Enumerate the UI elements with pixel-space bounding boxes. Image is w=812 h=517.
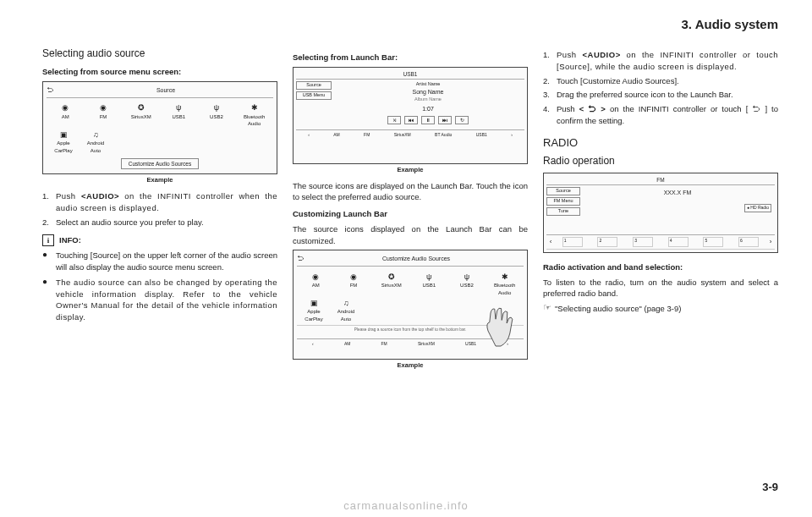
subheading-source-menu: Selecting from source menu screen: xyxy=(42,66,277,78)
source-button: Source xyxy=(546,187,580,195)
customize-title: Customize Audio Sources xyxy=(309,255,524,263)
play-time: 1:07 xyxy=(332,105,524,113)
am-icon: ◉ xyxy=(302,272,329,282)
launch-item: AM xyxy=(344,341,351,347)
bt-icon: ✱ xyxy=(491,272,518,282)
android-icon: ♫ xyxy=(332,298,359,308)
song-name: Song Name xyxy=(332,88,524,96)
label: USB2 xyxy=(453,282,480,289)
subheading-radio-activation: Radio activation and band selection: xyxy=(543,261,778,273)
am-icon: ◉ xyxy=(52,103,79,113)
launch-left-icon: ‹ xyxy=(312,341,314,347)
fm-icon: ◉ xyxy=(90,103,117,113)
sxm-icon: ✪ xyxy=(378,272,405,282)
figure-source-menu: ⮌ Source ◉AM ◉FM ✪SiriusXM ψUSB1 ψUSB2 ✱… xyxy=(42,81,277,174)
xref-icon: ☞ xyxy=(543,303,551,312)
figure-radio: FM Source FM Menu Tune XXX.X FM ● HD Rad… xyxy=(543,173,778,253)
artist-label: Artist Name xyxy=(332,81,524,88)
info-icon: i xyxy=(42,234,54,246)
preset-left-icon: ‹ xyxy=(546,237,555,247)
step-number: 1. xyxy=(42,190,56,214)
heading-radio: RADIO xyxy=(543,135,778,151)
tune-button: Tune xyxy=(546,207,580,216)
step-number: 1. xyxy=(543,49,557,73)
label-sxm: SiriusXM xyxy=(128,113,155,121)
launch-item: USB1 xyxy=(465,341,476,347)
preset-1: 1 xyxy=(562,237,583,247)
launch-left-icon: ‹ xyxy=(308,132,310,138)
next-icon: ⏭ xyxy=(438,116,452,124)
step-4: Push < ⮌ > on the INFINITI controller or… xyxy=(557,103,778,127)
radio-activation-text: To listen to the radio, turn on the audi… xyxy=(543,277,778,300)
album-name: Album Name xyxy=(332,96,524,103)
heading-radio-operation: Radio operation xyxy=(543,154,778,168)
carplay-icon: ▣ xyxy=(300,298,327,308)
info-label: INFO: xyxy=(59,234,81,246)
usb2-icon: ψ xyxy=(453,272,480,282)
launch-fm: FM xyxy=(364,132,370,138)
label: AM xyxy=(302,282,329,289)
bullet-2: The audio source can also be changed by … xyxy=(56,277,277,323)
figure-launch-bar: USB1 Source USB Menu Artist Name Song Na… xyxy=(293,67,528,164)
step-2-text: Select an audio source you prefer to pla… xyxy=(56,217,277,228)
launch-item: SiriusXM xyxy=(418,341,435,347)
label-bt: Bluetooth Audio xyxy=(241,113,268,128)
preset-4: 4 xyxy=(668,237,689,247)
step-number: 2. xyxy=(42,217,56,228)
customize-button: Customize Audio Sources xyxy=(121,158,199,169)
label: Bluetooth Audio xyxy=(491,282,518,296)
back-icon: ⮌ xyxy=(297,254,309,264)
launch-bt: BT Audio xyxy=(435,132,452,138)
preset-2: 2 xyxy=(597,237,617,247)
label: Apple CarPlay xyxy=(300,308,327,322)
shuffle-icon: ⤨ xyxy=(387,116,401,124)
step-number: 4. xyxy=(543,103,557,127)
preset-3: 3 xyxy=(633,237,653,247)
label-usb1: USB1 xyxy=(165,113,192,121)
bullet-1: Touching [Source] on the upper left corn… xyxy=(56,250,277,273)
figure2-caption: Example xyxy=(293,166,528,175)
prev-icon: ⏮ xyxy=(404,116,418,124)
figure1-caption: Example xyxy=(42,176,277,185)
fm-icon: ◉ xyxy=(340,272,367,282)
label: FM xyxy=(340,282,367,289)
launch-bar-desc: The source icons are displayed on the La… xyxy=(293,180,528,204)
label-android: Android Auto xyxy=(82,140,109,154)
figure3-caption: Example xyxy=(293,361,528,371)
page-number: 3-9 xyxy=(762,481,778,493)
customize-desc: The source icons displayed on the Launch… xyxy=(293,223,528,247)
fm-menu-button: FM Menu xyxy=(546,197,580,206)
frequency: XXX.X FM xyxy=(580,189,775,197)
figure-customize: ⮌ Customize Audio Sources ◉AM ◉FM ✪Siriu… xyxy=(293,250,528,360)
usb1-icon: ψ xyxy=(415,272,442,282)
label-fm: FM xyxy=(90,113,117,121)
preset-right-icon: › xyxy=(766,237,775,247)
label-am: AM xyxy=(52,113,79,121)
usb2-icon: ψ xyxy=(203,103,230,113)
step-number: 3. xyxy=(543,89,557,101)
launch-usb: USB1 xyxy=(476,132,487,138)
source-button: Source xyxy=(296,81,332,90)
hd-radio-badge: ● HD Radio xyxy=(744,204,771,212)
step-1: Push <AUDIO> on the INFINITI controller … xyxy=(557,49,778,73)
launch-right-icon: › xyxy=(511,132,513,138)
launch-item: FM xyxy=(381,341,387,347)
carplay-icon: ▣ xyxy=(50,129,77,140)
launch-sxm: SiriusXM xyxy=(394,132,411,138)
label-carplay: Apple CarPlay xyxy=(50,140,77,154)
step-3: Drag the preferred source icon to the La… xyxy=(557,89,778,101)
label: USB1 xyxy=(415,282,442,289)
column-2: Selecting from Launch Bar: USB1 Source U… xyxy=(293,47,528,376)
subheading-launch-bar: Selecting from Launch Bar: xyxy=(293,52,528,63)
heading-selecting-source: Selecting audio source xyxy=(42,47,277,61)
bullet-icon: ● xyxy=(42,277,56,323)
sxm-icon: ✪ xyxy=(128,103,155,113)
bullet-icon: ● xyxy=(42,250,56,273)
android-icon: ♫ xyxy=(82,129,109,140)
column-3: 1. Push <AUDIO> on the INFINITI controll… xyxy=(543,47,778,376)
subheading-customize: Customizing Launch Bar xyxy=(293,208,528,220)
column-1: Selecting audio source Selecting from so… xyxy=(42,47,277,376)
watermark: carmanualsonline.info xyxy=(0,499,812,512)
label: SiriusXM xyxy=(378,282,405,289)
back-icon: ⮌ xyxy=(47,85,58,96)
